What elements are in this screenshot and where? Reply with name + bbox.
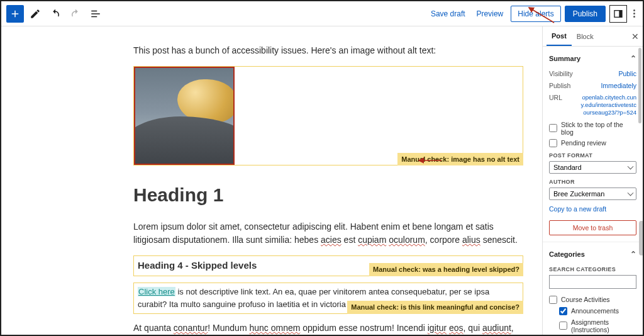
publish-button[interactable]: Publish [565,6,606,22]
heading-1[interactable]: Heading 1 [133,181,523,209]
plus-icon [9,8,21,20]
image-block[interactable]: Manual check: image has no alt text [133,66,523,165]
topbar-right: Save draft Preview Hide alerts Publish [427,5,638,23]
chevron-up-icon: ⌃ [630,250,636,259]
topbar-left [6,5,104,23]
post-format-label: POST FORMAT [549,152,636,159]
preview-button[interactable]: Preview [473,7,508,21]
search-categories-input[interactable] [549,275,636,289]
undo-icon [50,8,61,20]
edit-mode-button[interactable] [26,5,44,23]
categories-panel-toggle[interactable]: Categories ⌃ [549,247,636,261]
save-draft-button[interactable]: Save draft [427,7,469,21]
category-item[interactable]: Assignments (Instructions) [559,318,636,333]
heading-4-block[interactable]: Heading 4 - Skipped levels Manual check:… [133,255,523,276]
undo-button[interactable] [47,5,64,23]
alert-heading-skip[interactable]: Manual check: was a heading level skippe… [369,263,523,276]
editor-topbar: Save draft Preview Hide alerts Publish [1,1,643,26]
pending-checkbox[interactable]: Pending review [549,139,636,147]
settings-sidebar: Post Block ✕ Summary ⌃ VisibilityPublic … [542,26,643,335]
close-sidebar-button[interactable]: ✕ [631,31,639,42]
document-outline-button[interactable] [87,5,104,23]
stick-checkbox[interactable]: Stick to the top of the blog [549,121,636,136]
image-thumbnail[interactable] [134,67,235,165]
more-menu-button[interactable] [631,7,638,20]
add-block-button[interactable] [6,5,24,23]
window-scrollbar[interactable] [639,26,644,335]
move-to-trash-button[interactable]: Move to trash [549,220,636,235]
publish-value[interactable]: Immediately [601,82,636,89]
settings-toggle-button[interactable] [609,5,627,23]
category-item[interactable]: Course Activities [549,296,636,304]
tab-block[interactable]: Block [572,28,599,45]
search-categories-label: SEARCH CATEGORIES [549,266,636,272]
tab-post[interactable]: Post [547,27,572,46]
pencil-icon [30,8,41,20]
url-value[interactable]: openlab.citytech.cuny.edu/interactivetes… [580,94,636,116]
nondeescriptive-link[interactable]: Click here [138,287,175,296]
editor-canvas[interactable]: This post has a bunch of accessibility i… [1,26,542,335]
link-paragraph-block[interactable]: Click here is not descriptive link text.… [133,283,523,314]
outline-icon [90,8,101,20]
category-item[interactable]: Announcements [559,307,636,315]
visibility-label: Visibility [549,70,573,77]
alert-image-alt[interactable]: Manual check: image has no alt text [397,153,523,166]
intro-paragraph[interactable]: This post has a bunch of accessibility i… [133,44,523,57]
paragraph-1[interactable]: Lorem ipsum dolor sit amet, consectetur … [133,220,523,247]
summary-panel: Summary ⌃ VisibilityPublic PublishImmedi… [543,47,643,242]
redo-button[interactable] [67,5,84,23]
svg-rect-1 [619,10,622,17]
alert-link-meaningful[interactable]: Manual check: is this link meaningful an… [347,301,523,314]
paragraph-2[interactable]: At quanta conantur! Mundum hunc omnem op… [133,322,523,335]
sidebar-tabs: Post Block ✕ [543,26,643,47]
categories-tree: Course ActivitiesAnnouncementsAssignment… [549,296,636,335]
visibility-value[interactable]: Public [618,70,636,77]
sidebar-icon [613,9,623,19]
summary-panel-toggle[interactable]: Summary ⌃ [549,52,636,65]
author-select[interactable]: Bree Zuckerman [549,188,636,200]
url-label: URL [549,94,562,116]
post-format-select[interactable]: Standard [549,161,636,174]
hide-alerts-button[interactable]: Hide alerts [511,6,560,22]
redo-icon [70,8,81,20]
categories-panel: Categories ⌃ SEARCH CATEGORIES Course Ac… [543,242,643,335]
author-label: AUTHOR [549,179,636,185]
chevron-up-icon: ⌃ [630,54,636,63]
copy-new-draft-link[interactable]: Copy to a new draft [549,205,636,213]
heading-4-text: Heading 4 - Skipped levels [138,260,257,271]
publish-label: Publish [549,82,570,89]
